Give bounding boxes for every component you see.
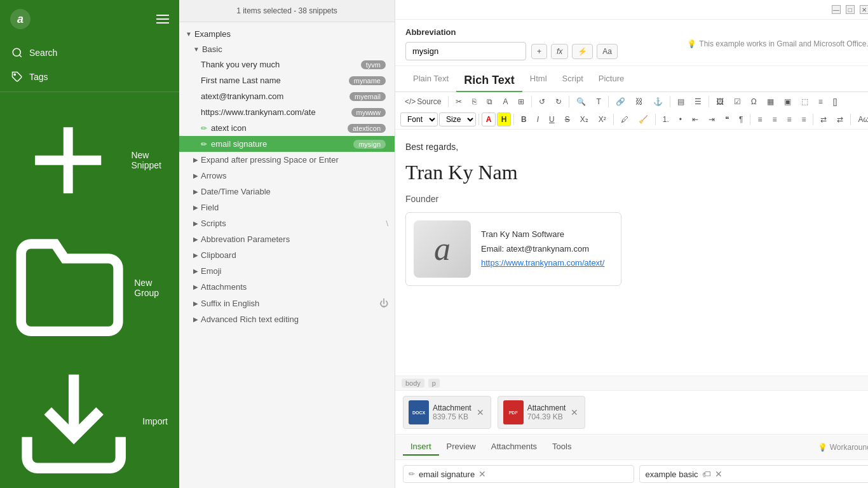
source-button[interactable]: </> Source (400, 95, 445, 109)
remove-docx-button[interactable]: ✕ (475, 406, 485, 419)
unlink-button[interactable]: ⛓ (631, 95, 648, 109)
workaround-link[interactable]: 💡 Workaround (818, 443, 868, 452)
tab-picture[interactable]: Picture (591, 70, 632, 92)
table2-button[interactable]: ▦ (763, 95, 778, 109)
tab-insert[interactable]: Insert (403, 438, 439, 456)
tab-script[interactable]: Script (555, 70, 591, 92)
snippet-item-mysign[interactable]: ✏ email signature mysign (179, 136, 395, 152)
hamburger-menu-button[interactable] (156, 15, 169, 24)
tab-rich-text[interactable]: Rich Text (456, 70, 522, 92)
bidi2-button[interactable]: ⇄ (832, 112, 848, 126)
tree-category-emoji[interactable]: ▶ Emoji (179, 263, 395, 279)
align-justify-button[interactable]: ≡ (797, 112, 810, 126)
underline-button[interactable]: U (545, 112, 559, 126)
symbol-button[interactable]: Ω (747, 95, 761, 109)
group-name-field[interactable]: example basic 🏷 ✕ (639, 465, 868, 483)
paste-word-button[interactable]: ⊞ (513, 95, 529, 109)
tree-category-field[interactable]: ▶ Field (179, 200, 395, 215)
tree-category-scripts[interactable]: ▶ Scripts \ (179, 215, 395, 231)
align-center-button[interactable]: ≡ (768, 112, 781, 126)
template-button[interactable]: ⬚ (797, 95, 813, 109)
tab-html[interactable]: Html (522, 70, 555, 92)
remove-pdf-button[interactable]: ✕ (569, 406, 580, 419)
import-button[interactable]: Import (0, 353, 179, 488)
table-button[interactable]: ▤ (673, 95, 689, 109)
tree-category-datetime[interactable]: ▶ Date/Time Variable (179, 184, 395, 200)
snippet-item-myemail[interactable]: atext@trankynam.com myemail (179, 88, 395, 104)
new-snippet-button[interactable]: New Snippet (0, 97, 179, 223)
tab-tools[interactable]: Tools (545, 438, 579, 456)
indent-button[interactable]: ⇥ (704, 112, 719, 126)
outdent-button[interactable]: ⇤ (688, 112, 703, 126)
snippet-name-field[interactable]: ✏ email signature ✕ (403, 465, 634, 483)
lightning-button[interactable]: ⚡ (572, 44, 593, 59)
italic-button[interactable]: I (532, 112, 543, 126)
copy-button[interactable]: ⎘ (468, 95, 481, 109)
superscript-button[interactable]: X² (594, 112, 611, 126)
cut-button[interactable]: ✂ (451, 95, 466, 109)
snippet-item-tyvm[interactable]: Thank you very much tyvm (179, 57, 395, 72)
tab-preview[interactable]: Preview (439, 438, 484, 456)
list-button[interactable]: ☰ (690, 95, 706, 109)
font-select[interactable]: Font (400, 112, 438, 126)
website-link[interactable]: https://www.trankynam.com/atext/ (481, 257, 604, 270)
highlight-button[interactable]: H (497, 112, 511, 126)
replace-button[interactable]: T (592, 95, 605, 109)
abbreviation-input[interactable] (405, 42, 526, 60)
div2-button[interactable]: ¶ (735, 112, 747, 126)
checkbox-button[interactable]: ☑ (729, 95, 745, 109)
tree-category-arrows[interactable]: ▶ Arrows (179, 168, 395, 184)
link-button[interactable]: 🔗 (611, 95, 630, 109)
redo-button[interactable]: ↻ (551, 95, 566, 109)
tree-category-advanced-rich[interactable]: ▶ Advanced Rich text editing (179, 311, 395, 327)
clear-snippet-name-button[interactable]: ✕ (478, 469, 486, 479)
add-abbreviation-button[interactable]: + (531, 44, 547, 59)
new-group-button[interactable]: New Group (0, 223, 179, 352)
tree-category-abbrev-params[interactable]: ▶ Abbrevation Parameters (179, 231, 395, 247)
close-button[interactable]: ✕ (860, 5, 868, 14)
tree-group-examples-header[interactable]: ▼ Examples (179, 26, 395, 42)
image-button[interactable]: 🖼 (712, 95, 728, 109)
ul-button[interactable]: • (675, 112, 686, 126)
minimize-button[interactable]: — (832, 5, 841, 14)
blockquote-button[interactable]: ❝ (721, 112, 733, 126)
tree-subgroup-basic-header[interactable]: ▼ Basic (179, 42, 395, 57)
maximize-button[interactable]: □ (846, 5, 855, 14)
language-button[interactable]: Aω (853, 112, 868, 126)
subscript-button[interactable]: X₂ (576, 112, 593, 126)
snippet-item-atexticon[interactable]: ✏ atext icon atexticon (179, 120, 395, 136)
bold-button[interactable]: B (517, 112, 531, 126)
font-color-button[interactable]: A (482, 112, 496, 126)
anchor-button[interactable]: ⚓ (649, 95, 667, 109)
snippet-item-mywww[interactable]: https://www.trankynam.com/ate mywww (179, 104, 395, 120)
snippet-item-myname[interactable]: First name Last name myname (179, 72, 395, 88)
bidi-button[interactable]: ⇄ (816, 112, 831, 126)
code-button[interactable]: [] (829, 95, 842, 109)
style-button[interactable]: ▣ (780, 95, 796, 109)
sidebar-item-search[interactable]: Search (0, 41, 179, 65)
tab-attachments[interactable]: Attachments (484, 438, 545, 456)
tree-category-expand[interactable]: ▶ Expand after pressing Space or Enter (179, 152, 395, 168)
strikethrough-button[interactable]: S (560, 112, 574, 126)
sidebar-item-tags[interactable]: Tags (0, 65, 179, 89)
tag-button[interactable]: 🏷 (702, 469, 711, 479)
clear-group-name-button[interactable]: ✕ (715, 469, 722, 479)
ol-button[interactable]: 1. (658, 112, 674, 126)
case-button[interactable]: Aa (597, 44, 618, 59)
tab-plain-text[interactable]: Plain Text (405, 70, 456, 92)
function-button[interactable]: fx (551, 44, 568, 59)
tree-category-suffix-english[interactable]: ▶ Suffix in English ⏻ (179, 295, 395, 311)
tree-category-clipboard[interactable]: ▶ Clipboard (179, 247, 395, 263)
size-select[interactable]: Size (439, 112, 476, 126)
tree-category-attachments[interactable]: ▶ Attachments (179, 279, 395, 295)
div-button[interactable]: ≡ (814, 95, 827, 109)
clear-button[interactable]: 🧹 (634, 112, 653, 126)
paste-button[interactable]: ⧉ (482, 95, 497, 109)
highlight2-button[interactable]: 🖊 (616, 112, 633, 126)
undo-button[interactable]: ↺ (534, 95, 550, 109)
find-button[interactable]: 🔍 (572, 95, 590, 109)
align-left-button[interactable]: ≡ (753, 112, 766, 126)
editor-content-area[interactable]: Best regards, Tran Ky Nam Founder a Tran… (395, 130, 868, 376)
paste-text-button[interactable]: A (498, 95, 512, 109)
align-right-button[interactable]: ≡ (782, 112, 796, 126)
